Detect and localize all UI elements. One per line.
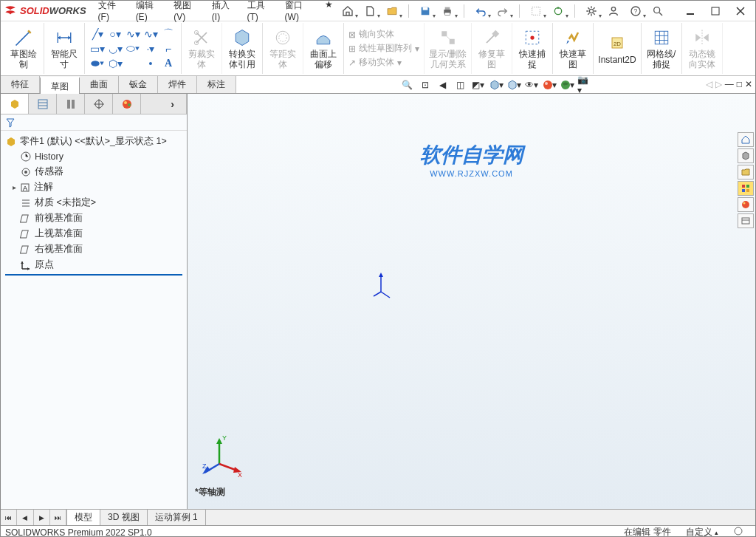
tree-top-plane[interactable]: 上视基准面: [2, 226, 185, 242]
view-orient-icon[interactable]: ▾: [489, 78, 504, 92]
tree-front-plane[interactable]: 前视基准面: [2, 211, 185, 226]
bt-tab-3dview[interactable]: 3D 视图: [100, 510, 148, 525]
fm-tab-expand[interactable]: ›: [159, 94, 187, 114]
close-button[interactable]: [729, 3, 752, 19]
display-relations-button[interactable]: 显示/删除 几何关系: [429, 27, 467, 69]
bt-tab-model[interactable]: 模型: [67, 510, 100, 525]
tree-origin[interactable]: 原点: [2, 257, 185, 273]
menu-file[interactable]: 文件(F): [92, 0, 128, 24]
display-style-icon[interactable]: ▾: [506, 78, 521, 92]
tree-right-plane[interactable]: 右视基准面: [2, 242, 185, 257]
rect-tool[interactable]: ▭▾: [91, 42, 104, 55]
tab-sheetmetal[interactable]: 钣金: [119, 76, 158, 93]
point2-tool[interactable]: •: [144, 57, 157, 70]
menu-edit[interactable]: 编辑(E): [130, 0, 167, 24]
graphics-viewport[interactable]: 软件自学网 WWW.RJZXW.COM Y X Z *等轴测: [188, 94, 755, 509]
taskpane-appearance[interactable]: [738, 197, 754, 212]
taskpane-home[interactable]: [738, 132, 754, 147]
undo-button[interactable]: ▾: [472, 3, 489, 19]
tree-material[interactable]: 材质 <未指定>: [2, 195, 185, 211]
circle-tool[interactable]: ○▾: [109, 27, 122, 41]
select-button[interactable]: ▾: [527, 3, 545, 19]
open-button[interactable]: ▾: [383, 3, 401, 19]
bt-first-button[interactable]: ⏮: [1, 510, 17, 525]
fm-tab-appearance[interactable]: [113, 94, 141, 114]
render-icon[interactable]: 📷▾: [577, 78, 592, 92]
arc-tool[interactable]: ◡▾: [109, 42, 122, 55]
rollback-bar[interactable]: [5, 274, 182, 276]
filter-row[interactable]: [1, 114, 187, 131]
menu-view[interactable]: 视图(V): [168, 0, 205, 24]
tab-annotate[interactable]: 标注: [197, 76, 236, 93]
scene-icon[interactable]: ▾: [560, 78, 574, 92]
text-tool[interactable]: [126, 57, 140, 70]
prev-view-icon[interactable]: ◀: [436, 78, 450, 92]
bt-last-button[interactable]: ⏭: [50, 510, 66, 525]
quick-snap-button[interactable]: 快速捕 捉: [517, 27, 548, 69]
move-entities-button[interactable]: ↗移动实体▾: [348, 57, 402, 68]
help-button[interactable]: ?▾: [627, 3, 645, 19]
appearance-icon[interactable]: ▾: [542, 78, 557, 92]
tree-root[interactable]: 零件1 (默认) <<默认>_显示状态 1>: [2, 134, 185, 149]
menu-star[interactable]: ★: [319, 0, 339, 24]
vp-next-button[interactable]: ▷: [715, 79, 722, 89]
mirror-entities-button[interactable]: ⊠镜向实体: [348, 29, 394, 40]
repair-sketch-button[interactable]: 修复草 图: [476, 27, 507, 69]
dynamic-section-icon[interactable]: ◩▾: [471, 78, 486, 92]
linear-pattern-button[interactable]: ⊞线性草图阵列▾: [348, 43, 419, 54]
hide-show-icon[interactable]: 👁▾: [524, 78, 539, 92]
point-tool[interactable]: ·▾: [144, 42, 157, 55]
vp-maximize-button[interactable]: □: [737, 79, 742, 89]
maximize-button[interactable]: [704, 3, 727, 19]
fm-tab-config[interactable]: [57, 94, 85, 114]
polygon-tool[interactable]: ⬡▾: [109, 57, 122, 70]
smart-dimension-button[interactable]: 智能尺 寸: [49, 27, 80, 69]
fm-tab-dimxpert[interactable]: [85, 94, 113, 114]
status-icon[interactable]: [733, 526, 743, 537]
ellipse-tool[interactable]: ⬭▾: [126, 42, 140, 55]
trim-button[interactable]: 剪裁实 体: [186, 27, 217, 69]
spline-tool[interactable]: ∿▾: [126, 27, 140, 41]
tree-annotations[interactable]: ▸ A 注解: [2, 179, 185, 195]
vp-prev-button[interactable]: ◁: [706, 79, 712, 89]
shaded-edge-button[interactable]: 网格线/ 捕捉: [646, 27, 677, 69]
tab-feature[interactable]: 特征: [1, 76, 40, 93]
custom-label[interactable]: 自定义 ▴: [686, 526, 718, 537]
dynamic-mirror-button[interactable]: 动态镜 向实体: [687, 27, 718, 69]
rebuild-button[interactable]: ▾: [549, 3, 567, 19]
menu-tools[interactable]: 工具(T): [241, 0, 278, 24]
bt-next-button[interactable]: ▶: [34, 510, 50, 525]
rapid-sketch-button[interactable]: 快速草 图: [557, 27, 588, 69]
minimize-button[interactable]: [678, 3, 702, 19]
zoom-fit-icon[interactable]: 🔍: [400, 78, 415, 92]
tree-sensors[interactable]: 传感器: [2, 164, 185, 179]
user-button[interactable]: [605, 3, 622, 19]
fm-tab-property[interactable]: [29, 94, 57, 114]
print-button[interactable]: ▾: [439, 3, 456, 19]
convert-button[interactable]: 转换实 体引用: [227, 27, 258, 69]
taskpane-file[interactable]: [738, 165, 754, 179]
equidist-button[interactable]: 等距实 体: [267, 27, 298, 69]
bt-prev-button[interactable]: ◀: [17, 510, 33, 525]
taskpane-custom[interactable]: [738, 213, 754, 228]
tab-surface[interactable]: 曲面: [80, 76, 119, 93]
zoom-area-icon[interactable]: ⊡: [418, 78, 433, 92]
home-button[interactable]: ▾: [339, 3, 357, 19]
vp-close-button[interactable]: ✕: [745, 79, 752, 89]
fm-tab-tree[interactable]: [1, 94, 29, 114]
spline2-tool[interactable]: ∿▾: [144, 27, 157, 41]
expand-arrow-icon[interactable]: ▸: [13, 183, 16, 191]
tab-sketch[interactable]: 草图: [40, 77, 80, 94]
fillet-tool[interactable]: ⌒: [162, 27, 175, 41]
search-button[interactable]: [649, 3, 667, 19]
sketch-draw-button[interactable]: 草图绘 制: [8, 27, 39, 69]
taskpane-view[interactable]: [738, 181, 754, 196]
text-a-tool[interactable]: A: [162, 57, 175, 70]
instant2d-button[interactable]: 2DInstant2D: [598, 33, 636, 65]
curve-offset-button[interactable]: 曲面上 偏移: [308, 27, 339, 69]
redo-button[interactable]: ▾: [494, 3, 512, 19]
chamfer-tool[interactable]: ⌐: [162, 42, 175, 55]
new-button[interactable]: ▾: [361, 3, 379, 19]
taskpane-design[interactable]: [738, 148, 754, 163]
line-tool[interactable]: ╱▾: [91, 27, 104, 41]
